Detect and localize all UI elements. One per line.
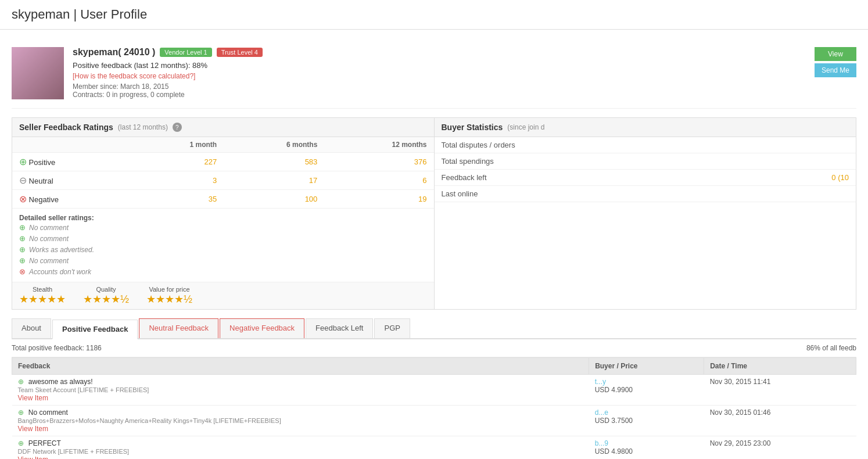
seller-ratings-subtitle: (last 12 months) bbox=[118, 123, 168, 131]
page-header: skypeman | User Profile bbox=[0, 0, 868, 30]
feedback-percent: 86% of all feedb bbox=[806, 344, 856, 352]
tab-about[interactable]: About bbox=[12, 318, 51, 338]
stat-label: Last online bbox=[435, 186, 746, 202]
rating-label: ⊕ Positive bbox=[12, 153, 132, 171]
tab-negative[interactable]: Negative Feedback bbox=[220, 318, 304, 338]
feedback-text: awesome as always! bbox=[28, 378, 93, 386]
star-category: Stealth ★★★★★ bbox=[19, 286, 66, 306]
table-row: ⊕ No comment BangBros+Brazzers+Mofos+Nau… bbox=[12, 406, 856, 436]
rating-12m: 376 bbox=[324, 153, 433, 171]
detailed-label: Detailed seller ratings: bbox=[19, 214, 94, 222]
feedback-text: PERFECT bbox=[28, 439, 61, 447]
buyer-stats: Buyer Statistics (since join d Total dis… bbox=[435, 118, 856, 309]
feedback-summary: Total positive feedback: 1186 86% of all… bbox=[12, 339, 856, 357]
stat-row: Last online bbox=[435, 186, 856, 202]
buyer-stats-header: Buyer Statistics (since join d bbox=[435, 118, 856, 137]
vendor-badge: Vendor Level 1 bbox=[160, 48, 211, 57]
feedback-items-list: ⊕No comment⊕No comment⊕Works as advertis… bbox=[19, 222, 427, 277]
profile-actions: View Send Me bbox=[815, 47, 856, 77]
item-name: Team Skeet Account [LIFETIME + FREEBIES] bbox=[18, 386, 149, 393]
buyer-cell: t...y USD 4.9900 bbox=[589, 375, 704, 406]
tab-list: AboutPositive FeedbackNeutral FeedbackNe… bbox=[12, 318, 856, 338]
trust-badge: Trust Level 4 bbox=[217, 48, 263, 57]
col-date: Date / Time bbox=[704, 358, 856, 375]
feedback-total: Total positive feedback: 1186 bbox=[12, 344, 102, 352]
stat-label: Feedback left bbox=[435, 170, 746, 186]
negative-icon: ⊗ bbox=[19, 194, 27, 204]
tab-pgp[interactable]: PGP bbox=[374, 318, 410, 338]
feedback-cell: ⊕ PERFECT DDF Network [LIFETIME + FREEBI… bbox=[12, 436, 589, 460]
stat-value bbox=[745, 186, 856, 202]
positive-icon: ⊕ bbox=[19, 157, 27, 167]
detailed-ratings: Detailed seller ratings: ⊕No comment⊕No … bbox=[12, 209, 434, 282]
positive-icon: ⊕ bbox=[19, 245, 26, 254]
username-line: skypeman( 24010 ) Vendor Level 1 Trust L… bbox=[73, 47, 815, 58]
buyer-stats-subtitle: (since join d bbox=[507, 123, 544, 131]
feedback-item-text: No comment bbox=[29, 257, 69, 265]
feedback-pos-icon: ⊕ bbox=[18, 408, 24, 417]
negative-icon: ⊗ bbox=[19, 267, 26, 276]
positive-icon: ⊕ bbox=[19, 223, 26, 232]
view-item-link[interactable]: View Item bbox=[18, 394, 583, 402]
buyer-cell: b...9 USD 4.9800 bbox=[589, 436, 704, 460]
feedback-item-text: Accounts don't work bbox=[29, 268, 91, 276]
buyer-stats-title: Buyer Statistics bbox=[442, 123, 503, 132]
contracts: Contracts: 0 in progress, 0 complete bbox=[73, 91, 815, 99]
star-ratings-row: Stealth ★★★★★ Quality ★★★★½ Value for pr… bbox=[12, 282, 434, 309]
date-cell: Nov 30, 2015 11:41 bbox=[704, 375, 856, 406]
view-item-link[interactable]: View Item bbox=[18, 456, 583, 459]
feedback-item: ⊕Works as advertised. bbox=[19, 244, 427, 255]
tab-feedback-left[interactable]: Feedback Left bbox=[306, 318, 373, 338]
feedback-cell: ⊕ awesome as always! Team Skeet Account … bbox=[12, 375, 589, 406]
rating-6m: 100 bbox=[224, 190, 324, 209]
profile-info: skypeman( 24010 ) Vendor Level 1 Trust L… bbox=[73, 47, 815, 99]
star-label: Stealth bbox=[19, 286, 66, 293]
feedback-text: No comment bbox=[28, 408, 68, 417]
seller-ratings-title: Seller Feedback Ratings bbox=[19, 123, 113, 132]
feedback-calc-link[interactable]: [How is the feedback score calculated?] bbox=[73, 72, 195, 80]
view-button[interactable]: View bbox=[815, 47, 856, 61]
view-item-link[interactable]: View Item bbox=[18, 425, 583, 433]
buyer-cell: d...e USD 3.7500 bbox=[589, 406, 704, 436]
feedback-item: ⊕No comment bbox=[19, 233, 427, 244]
star-label: Value for price bbox=[146, 286, 192, 293]
tab-positive[interactable]: Positive Feedback bbox=[52, 320, 138, 339]
table-row: ⊕ awesome as always! Team Skeet Account … bbox=[12, 375, 856, 406]
rating-label: ⊖ Neutral bbox=[12, 171, 132, 190]
tab-neutral[interactable]: Neutral Feedback bbox=[139, 318, 218, 338]
feedback-score: Positive feedback (last 12 months): 88% bbox=[73, 61, 815, 70]
rating-12m: 19 bbox=[324, 190, 433, 209]
buyer-link[interactable]: t...y bbox=[595, 378, 606, 386]
buyer-link[interactable]: b...9 bbox=[595, 439, 608, 447]
col-feedback: Feedback bbox=[12, 358, 589, 375]
rating-1m: 35 bbox=[132, 190, 224, 209]
feedback-pos-icon: ⊕ bbox=[18, 378, 24, 386]
feedback-item-text: No comment bbox=[29, 235, 69, 243]
feedback-table: Feedback Buyer / Price Date / Time ⊕ awe… bbox=[12, 357, 856, 459]
date-cell: Nov 30, 2015 01:46 bbox=[704, 406, 856, 436]
feedback-item: ⊕No comment bbox=[19, 255, 427, 266]
feedback-item: ⊕No comment bbox=[19, 222, 427, 233]
stat-row: Total disputes / orders bbox=[435, 137, 856, 153]
avatar bbox=[12, 47, 64, 99]
table-row: ⊕ PERFECT DDF Network [LIFETIME + FREEBI… bbox=[12, 436, 856, 460]
col-type bbox=[12, 137, 132, 153]
buyer-link[interactable]: d...e bbox=[595, 408, 608, 417]
stars: ★★★★★ bbox=[19, 293, 66, 306]
star-category: Value for price ★★★★½ bbox=[146, 286, 192, 306]
seller-ratings: Seller Feedback Ratings (last 12 months)… bbox=[12, 118, 435, 309]
send-message-button[interactable]: Send Me bbox=[815, 63, 856, 77]
col-6months: 6 months bbox=[224, 137, 324, 153]
price: USD 3.7500 bbox=[595, 417, 698, 425]
feedback-tbody: ⊕ awesome as always! Team Skeet Account … bbox=[12, 375, 856, 460]
item-name: DDF Network [LIFETIME + FREEBIES] bbox=[18, 448, 130, 455]
page-title: skypeman | User Profile bbox=[12, 7, 856, 22]
stat-value bbox=[745, 153, 856, 170]
stat-row: Total spendings bbox=[435, 153, 856, 170]
col-12months: 12 months bbox=[324, 137, 433, 153]
ratings-section: Seller Feedback Ratings (last 12 months)… bbox=[12, 117, 856, 310]
feedback-item-text: No comment bbox=[29, 224, 69, 232]
feedback-item: ⊗Accounts don't work bbox=[19, 266, 427, 277]
stat-value: 0 (10 bbox=[745, 170, 856, 186]
help-icon[interactable]: ? bbox=[173, 123, 182, 132]
